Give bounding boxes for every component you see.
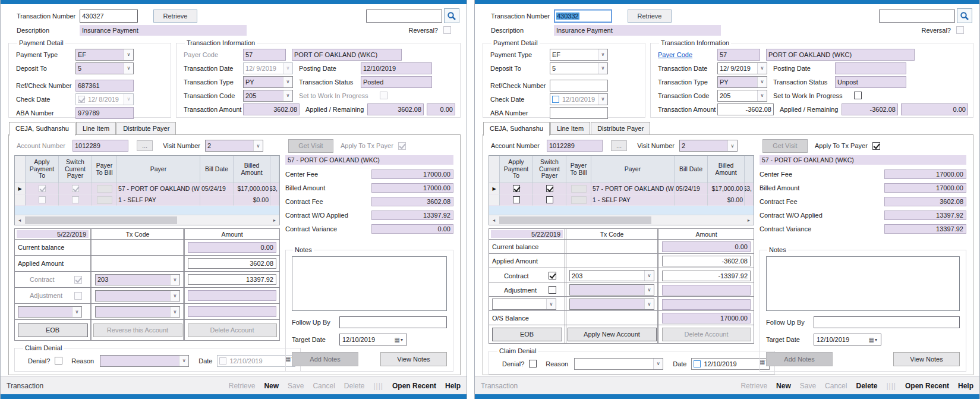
payment-type-select[interactable]: EF∨ bbox=[550, 49, 608, 61]
contract-amount-field[interactable]: 13397.92 bbox=[188, 274, 276, 285]
notes-textarea[interactable] bbox=[292, 256, 447, 311]
browse-account-button[interactable]: ... bbox=[611, 140, 627, 151]
search-input[interactable] bbox=[879, 10, 955, 23]
target-date-picker[interactable]: 12/10/2019▦▾ bbox=[814, 334, 881, 345]
transaction-number-input[interactable]: 430332 bbox=[554, 10, 612, 23]
retrieve-button[interactable]: Retrieve bbox=[628, 10, 672, 23]
contract-code-select[interactable]: 203∨ bbox=[95, 274, 180, 285]
status-delete[interactable]: Delete bbox=[856, 382, 877, 390]
payer-to-bill-cell[interactable] bbox=[571, 196, 587, 204]
scrollbar-thumb[interactable] bbox=[25, 216, 177, 224]
grid-row-2[interactable]: 1 - SELF PAY $0.00 bbox=[15, 194, 279, 206]
tab-patient[interactable]: CEJA, Sudhanshu bbox=[483, 122, 550, 136]
status-save[interactable]: Save bbox=[288, 382, 304, 390]
status-open-recent[interactable]: Open Recent bbox=[392, 382, 436, 390]
grid-row-1[interactable]: ▶ 57 - PORT OF OAKLAND (WK 05/24/19 $17,… bbox=[489, 183, 754, 194]
extra-code-select[interactable]: ∨ bbox=[95, 306, 180, 318]
status-save[interactable]: Save bbox=[800, 382, 816, 390]
view-notes-button[interactable]: View Notes bbox=[893, 352, 960, 366]
aba-number-input[interactable] bbox=[550, 107, 608, 119]
contract-checkbox[interactable] bbox=[549, 272, 556, 279]
status-help[interactable]: Help bbox=[958, 382, 973, 390]
transaction-amount-field[interactable]: -3602.08 bbox=[717, 103, 774, 115]
payer-to-bill-cell[interactable] bbox=[97, 196, 112, 204]
status-cancel[interactable]: Cancel bbox=[313, 382, 335, 390]
search-button[interactable] bbox=[957, 8, 972, 23]
grid-row-1[interactable]: ▶ 57 - PORT OF OAKLAND (WK 05/24/19 $17,… bbox=[15, 183, 279, 194]
apply-payment-checkbox[interactable] bbox=[39, 196, 46, 203]
denial-checkbox[interactable] bbox=[55, 357, 62, 365]
reason-select[interactable]: ∨ bbox=[100, 355, 189, 367]
status-retrieve[interactable]: Retrieve bbox=[229, 382, 256, 390]
reversal-checkbox[interactable] bbox=[443, 26, 451, 34]
target-date-picker[interactable]: 12/10/2019▦▾ bbox=[339, 334, 407, 345]
follow-up-by-input[interactable] bbox=[339, 316, 447, 328]
deposit-to-select[interactable]: 5∨ bbox=[550, 62, 608, 74]
apply-payment-checkbox[interactable] bbox=[513, 196, 520, 203]
adjustment-checkbox[interactable] bbox=[549, 286, 556, 294]
transaction-date-picker[interactable]: 12/ 9/2019∨ bbox=[717, 62, 767, 74]
switch-payer-checkbox[interactable] bbox=[72, 185, 79, 192]
tab-distribute-payer[interactable]: Distribute Payer bbox=[591, 122, 650, 134]
apply-to-tx-payer-checkbox[interactable] bbox=[398, 142, 406, 150]
applied-amount-field[interactable]: 3602.08 bbox=[188, 258, 276, 269]
get-visit-button[interactable]: Get Visit bbox=[762, 139, 808, 153]
apply-payment-checkbox[interactable] bbox=[39, 185, 46, 192]
switch-payer-checkbox[interactable] bbox=[546, 185, 553, 192]
visit-number-select[interactable]: 2∨ bbox=[205, 140, 263, 152]
applied-amount-field[interactable]: -3602.08 bbox=[662, 256, 751, 266]
scroll-left-icon[interactable]: ◄ bbox=[15, 218, 24, 222]
status-new[interactable]: New bbox=[264, 382, 279, 390]
delete-account-button[interactable]: Delete Account bbox=[188, 323, 277, 337]
apply-payment-checkbox[interactable] bbox=[513, 185, 520, 192]
follow-up-by-input[interactable] bbox=[814, 316, 960, 328]
set-to-wip-checkbox[interactable] bbox=[380, 92, 387, 99]
horizontal-scrollbar[interactable]: ◄ ► bbox=[489, 215, 754, 225]
reversal-checkbox[interactable] bbox=[956, 26, 964, 34]
deposit-to-select[interactable]: 5∨ bbox=[75, 62, 134, 74]
search-button[interactable] bbox=[444, 8, 459, 23]
payer-to-bill-cell[interactable] bbox=[97, 185, 112, 193]
denial-date-checkbox[interactable] bbox=[694, 360, 701, 367]
retrieve-button[interactable]: Retrieve bbox=[153, 10, 197, 23]
adjustment-checkbox[interactable] bbox=[74, 292, 82, 300]
contract-code-select[interactable]: 203∨ bbox=[569, 270, 654, 281]
browse-account-button[interactable]: ... bbox=[137, 140, 153, 151]
scrollbar-thumb[interactable] bbox=[499, 216, 651, 224]
scroll-right-icon[interactable]: ► bbox=[270, 218, 279, 222]
delete-account-button[interactable]: Delete Account bbox=[662, 328, 751, 341]
set-to-wip-checkbox[interactable] bbox=[854, 92, 862, 99]
contract-checkbox[interactable] bbox=[74, 276, 82, 284]
notes-textarea[interactable] bbox=[766, 256, 960, 311]
status-help[interactable]: Help bbox=[445, 382, 461, 390]
extra-type-select[interactable]: ∨ bbox=[18, 306, 82, 318]
grid-row-2[interactable]: 1 - SELF PAY $0.00 bbox=[489, 194, 754, 206]
apply-new-account-button[interactable]: Apply New Account bbox=[568, 328, 657, 341]
switch-payer-checkbox[interactable] bbox=[72, 196, 79, 203]
extra-type-select[interactable]: ∨ bbox=[492, 299, 556, 310]
transaction-type-select[interactable]: PY∨ bbox=[717, 76, 767, 88]
status-open-recent[interactable]: Open Recent bbox=[905, 382, 949, 390]
transaction-code-select[interactable]: 205∨ bbox=[717, 90, 767, 102]
payment-type-select[interactable]: EF∨ bbox=[75, 49, 134, 61]
adjustment-code-select[interactable]: ∨ bbox=[569, 284, 654, 296]
transaction-number-input[interactable]: 430327 bbox=[80, 10, 138, 23]
account-number-input[interactable]: 1012289 bbox=[73, 140, 128, 152]
horizontal-scrollbar[interactable]: ◄ ► bbox=[15, 215, 279, 225]
adjustment-code-select[interactable]: ∨ bbox=[95, 290, 180, 301]
extra-code-select[interactable]: ∨ bbox=[569, 299, 654, 310]
status-retrieve[interactable]: Retrieve bbox=[740, 382, 767, 390]
reverse-account-button[interactable]: Reverse this Account bbox=[93, 323, 182, 337]
apply-to-tx-payer-checkbox[interactable] bbox=[872, 142, 880, 150]
status-delete[interactable]: Delete bbox=[344, 382, 365, 390]
search-input[interactable] bbox=[366, 10, 442, 23]
tab-distribute-payer[interactable]: Distribute Payer bbox=[116, 122, 176, 134]
denial-date-picker[interactable]: 12/10/2019▦▾ bbox=[691, 358, 770, 370]
eob-button[interactable]: EOB bbox=[18, 323, 88, 337]
tab-line-item[interactable]: Line Item bbox=[550, 122, 590, 134]
switch-payer-checkbox[interactable] bbox=[546, 196, 553, 203]
scroll-right-icon[interactable]: ► bbox=[744, 218, 754, 222]
denial-checkbox[interactable] bbox=[529, 360, 537, 367]
tab-line-item[interactable]: Line Item bbox=[76, 122, 116, 134]
view-notes-button[interactable]: View Notes bbox=[380, 352, 447, 366]
